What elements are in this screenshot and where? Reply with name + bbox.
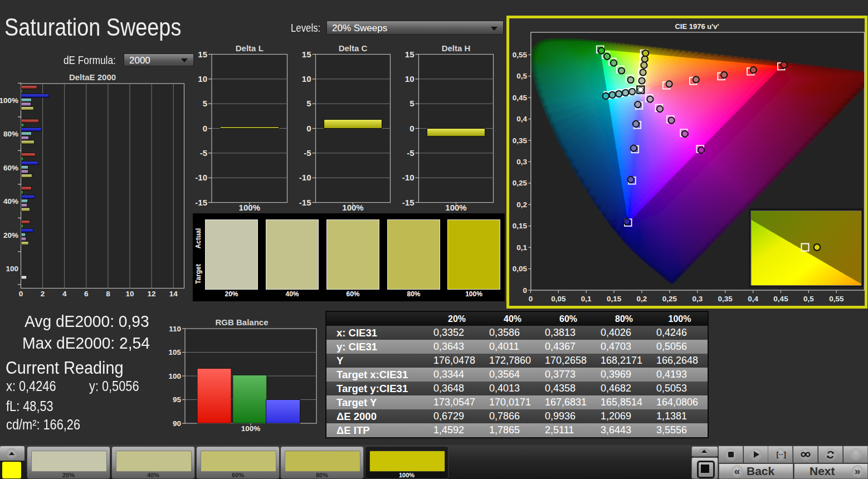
svg-text:0,4: 0,4 (748, 295, 758, 303)
svg-text:10: 10 (125, 290, 134, 298)
svg-text:90: 90 (173, 419, 181, 428)
svg-text:40%: 40% (3, 197, 18, 206)
svg-text:100%: 100% (0, 96, 18, 105)
svg-text:4: 4 (62, 290, 67, 298)
svg-text:80%: 80% (3, 130, 18, 138)
svg-text:100%: 100% (239, 203, 260, 212)
svg-text:0,35: 0,35 (513, 136, 528, 145)
svg-text:0: 0 (529, 295, 533, 303)
svg-text:15: 15 (405, 50, 415, 59)
svg-text:60%: 60% (3, 164, 18, 172)
svg-text:DeltaE 2000: DeltaE 2000 (69, 72, 116, 82)
svg-text:0,15: 0,15 (513, 222, 528, 230)
svg-text:Delta L: Delta L (236, 43, 264, 53)
svg-text:0: 0 (409, 124, 414, 133)
svg-text:-10: -10 (402, 173, 415, 182)
svg-text:0,3: 0,3 (516, 158, 527, 166)
svg-text:100%: 100% (241, 424, 261, 433)
svg-text:20%: 20% (3, 231, 18, 240)
svg-text:2: 2 (41, 290, 45, 298)
svg-text:0,2: 0,2 (516, 201, 527, 209)
svg-text:0,3: 0,3 (692, 295, 703, 303)
svg-text:0,05: 0,05 (551, 295, 566, 303)
svg-text:0: 0 (19, 290, 23, 298)
svg-text:6: 6 (84, 290, 89, 298)
svg-text:8: 8 (106, 290, 110, 298)
svg-text:5: 5 (409, 99, 414, 108)
svg-text:RGB Balance: RGB Balance (215, 317, 268, 327)
svg-text:Delta H: Delta H (442, 43, 471, 53)
svg-text:0,25: 0,25 (662, 295, 677, 303)
svg-text:0,45: 0,45 (773, 295, 788, 303)
svg-text:0,25: 0,25 (513, 179, 528, 187)
svg-text:-5: -5 (304, 148, 311, 158)
svg-text:100: 100 (168, 372, 181, 380)
svg-text:0,35: 0,35 (718, 295, 733, 303)
svg-text:12: 12 (148, 290, 156, 298)
svg-text:14: 14 (169, 290, 178, 298)
svg-text:0: 0 (523, 286, 527, 295)
svg-text:0,5: 0,5 (516, 72, 527, 80)
svg-text:110: 110 (169, 325, 181, 333)
svg-text:100: 100 (6, 265, 18, 273)
svg-text:0: 0 (306, 124, 311, 133)
svg-text:-5: -5 (200, 148, 207, 158)
svg-text:-15: -15 (299, 198, 311, 207)
svg-text:5: 5 (306, 99, 311, 108)
svg-text:0,55: 0,55 (513, 51, 528, 59)
svg-text:0,45: 0,45 (513, 94, 528, 102)
svg-text:0,05: 0,05 (513, 265, 528, 273)
svg-text:0,1: 0,1 (516, 243, 527, 252)
svg-text:10: 10 (302, 74, 311, 84)
svg-text:5: 5 (203, 99, 207, 108)
svg-text:0,55: 0,55 (829, 295, 844, 303)
svg-text:100%: 100% (445, 203, 466, 212)
svg-text:-5: -5 (407, 148, 414, 158)
svg-text:-10: -10 (299, 173, 311, 182)
svg-text:0,5: 0,5 (803, 295, 814, 303)
svg-text:15: 15 (198, 50, 207, 59)
svg-text:10: 10 (405, 74, 415, 84)
svg-text:10: 10 (198, 74, 207, 84)
svg-text:100%: 100% (342, 203, 363, 212)
svg-text:-15: -15 (195, 198, 207, 207)
svg-text:0,4: 0,4 (516, 115, 527, 123)
svg-text:95: 95 (173, 395, 182, 404)
svg-text:-10: -10 (195, 173, 207, 182)
svg-text:0: 0 (203, 124, 207, 133)
svg-text:15: 15 (302, 50, 311, 59)
svg-text:CIE 1976 u'v': CIE 1976 u'v' (675, 22, 719, 31)
svg-text:0,2: 0,2 (637, 295, 647, 303)
svg-text:Delta C: Delta C (339, 43, 368, 53)
svg-text:105: 105 (168, 348, 181, 356)
svg-text:-15: -15 (402, 198, 415, 207)
svg-text:0,1: 0,1 (581, 295, 592, 303)
svg-text:0,15: 0,15 (607, 295, 622, 303)
